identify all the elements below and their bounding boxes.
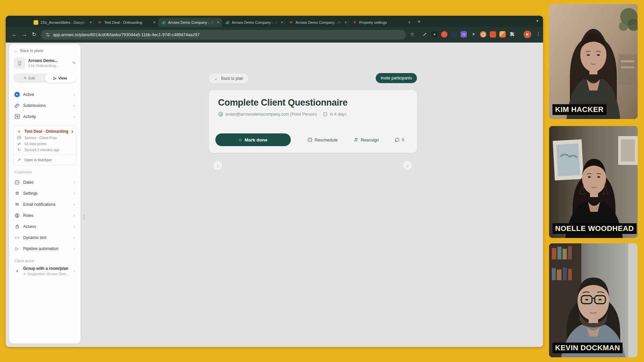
edit-view-toggle: ✎ Edit ▷ View [14,73,76,83]
plan-edit-pencil-icon[interactable]: ✎ [72,61,76,65]
deal-synced: Synced 2 minutes ago [24,148,73,152]
paperclip-icon [14,103,20,108]
sidebar-item-access[interactable]: Access › [13,221,76,232]
browser-tab-bar: 21b_ArrowsSlides - Google S × ✳ Test Dea… [6,16,543,27]
tab-search-chevron-icon[interactable]: ▾ [536,19,538,23]
calendar-icon [14,180,20,185]
close-icon[interactable]: × [153,20,156,24]
extension-orange-icon[interactable] [441,31,447,38]
sidebar-item-pipeline-automation[interactable]: ▷ Pipeline automation › [13,243,76,254]
tab-separator [93,20,94,25]
mark-done-button[interactable]: ○ Mark done [215,133,291,146]
sidebar-item-settings[interactable]: ⚙ Settings › [13,188,76,199]
client-portal-section-header: Client portal [14,259,75,263]
extension-ring-icon[interactable] [480,31,486,38]
chevron-right-icon: › [71,128,73,134]
task-title: Complete Client Questionnaire [218,98,347,108]
chevron-right-icon: › [74,114,75,119]
scroll-up-button[interactable]: ↑ [213,161,223,171]
extension-1b-icon[interactable]: 1b [461,31,467,38]
chevron-right-icon: › [74,235,75,240]
open-in-hubspot-link[interactable]: ↗ Open in HubSpot [13,155,76,165]
back-to-plans-link[interactable]: ← Back to plans [14,49,76,53]
sidebar-item-submissions[interactable]: Submissions › [13,100,76,111]
plan-card[interactable]: Arrows Demo... 21b Onboarding... ✎ [14,57,76,69]
sidebar-item-activity[interactable]: Activity › [13,111,76,122]
tab-arrows-21b[interactable]: Arrows Demo Company – 21b × [222,18,286,27]
assignee-email: tester@arrowsdemocompany.com (Point Pers… [225,112,317,117]
sidebar-item-roles[interactable]: Roles › [13,210,76,221]
edit-toggle[interactable]: ✎ Edit [14,73,45,83]
person-circle-icon [14,213,20,218]
sidebar-item-dates[interactable]: Dates › [13,177,76,188]
comment-bubble-icon [395,137,399,142]
participant-name-label: KEVIN DOCKMAN [552,343,623,353]
sidebar-item-dynamic-text[interactable]: {···} Dynamic text › [13,232,76,243]
pencil-icon: ✎ [23,76,27,80]
back-icon[interactable]: ← [12,31,17,38]
invite-participants-button[interactable]: Invite participants [376,73,417,83]
calendar-icon [323,112,327,116]
sidebar: ← Back to plans Arrows Demo... 21b Onboa… [9,44,80,344]
webcam-video-noelle [549,126,638,238]
chevron-right-icon: › [74,269,75,274]
close-icon[interactable]: × [281,20,283,24]
new-tab-button[interactable]: + [418,18,421,24]
close-icon[interactable]: × [344,20,347,24]
assignee-avatar [218,112,223,117]
activity-pulse-icon [14,114,20,119]
sidebar-item-email-notifications[interactable]: ✉ Email notifications › [13,199,76,210]
reload-icon[interactable]: ↻ [32,31,36,38]
play-outline-icon: ▷ [54,76,57,80]
extension-asterisk-icon[interactable]: ✳ [431,31,438,38]
comments-button[interactable]: 0 [395,137,404,142]
tab-google-slides[interactable]: 21b_ArrowsSlides - Google S × [31,18,95,27]
extension-multicolor-icon[interactable] [499,31,506,38]
browser-menu-icon[interactable]: ⋮ [536,31,541,37]
extension-red-icon[interactable] [490,31,496,38]
gear-icon: ⚙ [14,191,20,196]
sidebar-item-group-room-plan[interactable]: + Group with a room/plan ✳ Suggestion: A… [13,265,76,277]
site-settings-icon[interactable] [46,33,50,37]
plan-name: Arrows Demo... [28,58,59,63]
chevron-right-icon: › [74,213,75,218]
back-to-plan-button[interactable]: ← Back to plan [209,73,249,84]
reschedule-button[interactable]: Reschedule [308,137,338,142]
webcam-video-kevin [549,243,638,357]
address-bar[interactable]: app.arrows.to/plans/6014cd06/tasks/79304… [41,30,406,40]
arrows-favicon [225,20,229,25]
close-icon[interactable]: × [90,20,92,24]
chevron-right-icon: › [74,246,75,251]
deal-card[interactable]: ✳ Test Deal - Onboarding › Service · Cli… [13,125,76,165]
extensions-puzzle-icon[interactable] [509,31,516,38]
close-icon[interactable]: × [217,20,219,24]
braces-icon: {···} [14,235,20,240]
scroll-down-button[interactable]: ↓ [402,161,413,171]
view-toggle[interactable]: ▷ View [45,73,76,83]
browser-window: 21b_ArrowsSlides - Google S × ✳ Test Dea… [6,16,543,347]
tab-arrows-active[interactable]: Arrows Demo Company – Co × [158,18,222,27]
bookmark-star-icon[interactable]: ☆ [410,31,414,37]
close-icon[interactable]: × [408,20,411,24]
tab-arrows-new[interactable]: ✳ Arrows Demo Company - Ne × [286,18,350,27]
webcam-video-kim [549,4,638,119]
reassign-button[interactable]: Reassign [354,137,379,142]
back-arrow-icon: ← [14,49,18,53]
participant-name-label: KIM HACKER [552,104,606,115]
sidebar-item-active[interactable]: ▶ Active › [13,89,76,100]
active-play-icon: ▶ [14,92,20,97]
tab-separator [348,20,348,25]
tab-property-settings[interactable]: ✳ Property settings × [350,18,413,27]
extension-navy-icon[interactable] [451,31,457,38]
browser-toolbar: ← → ↻ app.arrows.to/plans/6014cd06/tasks… [6,27,543,43]
forward-icon[interactable]: → [22,31,27,38]
tab-test-deal[interactable]: ✳ Test Deal - Onboarding × [95,18,158,27]
swap-arrows-icon: ⇄ [16,141,22,146]
dot-separator: · [319,112,321,117]
external-link-icon: ↗ [16,157,22,163]
task-card: Complete Client Questionnaire tester@arr… [209,90,417,153]
calendar-icon [308,137,312,142]
profile-avatar[interactable]: K [524,31,531,38]
extension-sparkle-icon[interactable]: ✳ [470,31,477,38]
extension-pen-icon[interactable] [422,31,428,38]
